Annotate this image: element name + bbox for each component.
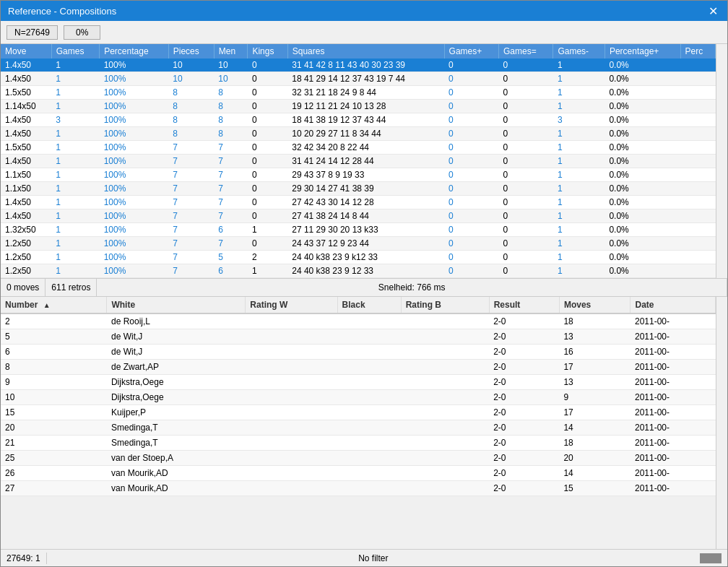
bottom-table-body: 2de Rooij,L2-0182011-00-5de Wit,J2-01320…	[1, 313, 716, 496]
main-content: Move Games Percentage Pieces Men Kings S…	[1, 44, 727, 566]
top-table-scroll[interactable]: Move Games Percentage Pieces Men Kings S…	[1, 44, 716, 278]
n-button[interactable]: N=27649	[6, 25, 58, 40]
sort-asc-icon: ▲	[43, 301, 51, 309]
col-perc: Perc	[680, 44, 716, 59]
toolbar: N=27649 0%	[1, 21, 727, 44]
list-item[interactable]: 25van der Stoep,A2-0202011-00-	[1, 451, 716, 466]
table-row[interactable]: 1.4x501100%77027 41 38 24 14 8 440010.0%	[1, 209, 716, 223]
top-table-body: 1.4x501100%1010031 41 42 8 11 43 40 30 2…	[1, 59, 716, 278]
table-row[interactable]: 1.5x501100%88032 31 21 18 24 9 8 440010.…	[1, 86, 716, 100]
col-squares: Squares	[287, 44, 444, 59]
col-rating-b[interactable]: Rating B	[401, 297, 489, 313]
list-item[interactable]: 5de Wit,J2-0132011-00-	[1, 329, 716, 345]
table-header-row: Move Games Percentage Pieces Men Kings S…	[1, 44, 716, 59]
col-move: Move	[1, 44, 51, 59]
table-row[interactable]: 1.4x501100%1010018 41 29 14 12 37 43 19 …	[1, 72, 716, 86]
filter-indicator	[700, 553, 722, 563]
table-row[interactable]: 1.2x501100%76124 40 k38 23 9 12 330010.0…	[1, 264, 716, 278]
list-item[interactable]: 20Smedinga,T2-0142011-00-	[1, 420, 716, 436]
col-percentage: Percentage	[100, 44, 169, 59]
compositions-table: Move Games Percentage Pieces Men Kings S…	[1, 44, 716, 278]
col-gameseq: Games=	[499, 44, 553, 59]
moves-status: 0 moves	[1, 279, 46, 296]
col-games: Games	[51, 44, 99, 59]
close-button[interactable]: ✕	[706, 4, 720, 18]
col-white[interactable]: White	[107, 297, 246, 313]
table-row[interactable]: 1.32x501100%76127 11 29 30 20 13 k330010…	[1, 223, 716, 237]
list-item[interactable]: 6de Wit,J2-0162011-00-	[1, 345, 716, 360]
table-row[interactable]: 1.2x501100%75224 40 k38 23 9 k12 330010.…	[1, 251, 716, 264]
col-men: Men	[214, 44, 248, 59]
games-header-row: Number ▲ White Rating W Black Rating B R…	[1, 297, 716, 313]
table-row[interactable]: 1.4x501100%77027 42 43 30 14 12 280010.0…	[1, 196, 716, 209]
col-result[interactable]: Result	[489, 297, 559, 313]
count-label: 27649: 1	[6, 553, 40, 563]
games-table: Number ▲ White Rating W Black Rating B R…	[1, 297, 716, 496]
col-gamesminus: Games-	[553, 44, 605, 59]
list-item[interactable]: 21Smedinga,T2-0182011-00-	[1, 436, 716, 451]
list-item[interactable]: 2de Rooij,L2-0182011-00-	[1, 313, 716, 329]
table-row[interactable]: 1.1x501100%77029 30 14 27 41 38 390010.0…	[1, 182, 716, 196]
col-kings: Kings	[248, 44, 287, 59]
title-bar: Reference - Compositions ✕	[1, 1, 727, 21]
col-pieces: Pieces	[168, 44, 214, 59]
col-date[interactable]: Date	[630, 297, 716, 313]
col-gamesplus: Games+	[444, 44, 498, 59]
list-item[interactable]: 26van Mourik,AD2-0142011-00-	[1, 466, 716, 481]
bottom-scrollbar[interactable]	[716, 297, 727, 549]
col-moves[interactable]: Moves	[559, 297, 630, 313]
col-rating-w[interactable]: Rating W	[246, 297, 337, 313]
status-bar: 0 moves 611 retros Snelheid: 766 ms	[1, 278, 727, 297]
speed-status: Snelheid: 766 ms	[97, 279, 727, 296]
divider	[46, 553, 47, 564]
col-black[interactable]: Black	[337, 297, 401, 313]
list-item[interactable]: 15Kuijper,P2-0172011-00-	[1, 405, 716, 420]
main-window: Reference - Compositions ✕ N=27649 0% Mo…	[0, 0, 728, 567]
retros-status: 611 retros	[46, 279, 97, 296]
top-scrollbar[interactable]	[716, 44, 727, 278]
col-number[interactable]: Number ▲	[1, 297, 107, 313]
top-table-section: Move Games Percentage Pieces Men Kings S…	[1, 44, 727, 278]
table-row[interactable]: 1.14x501100%88019 12 11 21 24 10 13 2800…	[1, 100, 716, 113]
percent-button[interactable]: 0%	[64, 25, 100, 40]
table-row[interactable]: 1.4x501100%88010 20 29 27 11 8 34 440010…	[1, 127, 716, 141]
list-item[interactable]: 8de Zwart,AP2-0172011-00-	[1, 360, 716, 375]
table-row[interactable]: 1.4x501100%77031 41 24 14 12 28 440010.0…	[1, 155, 716, 168]
bottom-table-section: Number ▲ White Rating W Black Rating B R…	[1, 297, 727, 549]
list-item[interactable]: 10Dijkstra,Oege2-092011-00-	[1, 390, 716, 405]
list-item[interactable]: 9Dijkstra,Oege2-0132011-00-	[1, 375, 716, 390]
filter-label: No filter	[53, 553, 694, 563]
table-row[interactable]: 1.4x501100%1010031 41 42 8 11 43 40 30 2…	[1, 59, 716, 72]
col-pctplus: Percentage+	[604, 44, 680, 59]
table-row[interactable]: 1.2x501100%77024 43 37 12 9 23 440010.0%	[1, 237, 716, 251]
window-title: Reference - Compositions	[8, 6, 116, 17]
table-row[interactable]: 1.5x501100%77032 42 34 20 8 22 440010.0%	[1, 141, 716, 155]
table-row[interactable]: 1.1x501100%77029 43 37 8 9 19 330010.0%	[1, 168, 716, 182]
bottom-table-scroll[interactable]: Number ▲ White Rating W Black Rating B R…	[1, 297, 716, 549]
table-row[interactable]: 1.4x503100%88018 41 38 19 12 37 43 44003…	[1, 113, 716, 127]
bottom-status-bar: 27649: 1 No filter	[1, 549, 727, 566]
list-item[interactable]: 27van Mourik,AD2-0152011-00-	[1, 481, 716, 496]
